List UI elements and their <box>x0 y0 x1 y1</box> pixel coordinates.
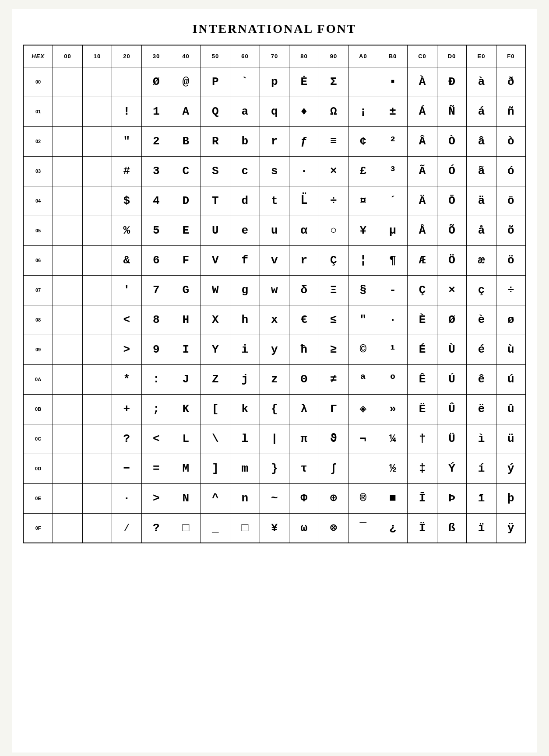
char-cell: ÷ <box>496 275 526 305</box>
char-cell: å <box>467 216 496 245</box>
char-cell: ¯ <box>348 513 378 543</box>
char-cell: ¡ <box>348 97 378 126</box>
char-cell: Q <box>201 97 230 126</box>
char-cell: ÿ <box>496 513 526 543</box>
char-cell: λ <box>289 394 319 424</box>
row-hex-label: 00 <box>23 67 53 97</box>
char-cell: µ <box>378 216 408 245</box>
table-row: 00Ø@P`pĖΣ▪ÀÐàð <box>23 67 526 97</box>
char-cell <box>53 305 83 335</box>
row-hex-label: 0D <box>23 454 53 483</box>
char-cell: w <box>260 275 289 305</box>
char-cell: Õ <box>437 216 467 245</box>
char-cell: ¼ <box>378 424 408 454</box>
char-cell: a <box>230 97 260 126</box>
table-row: 0A*:JZjzΘ≠ªºÊÚêú <box>23 364 526 394</box>
char-cell: e <box>230 216 260 245</box>
char-cell: Ø <box>437 305 467 335</box>
char-cell: ⊕ <box>319 483 348 513</box>
char-cell: " <box>348 305 378 335</box>
table-row: 0D−=M]m}τ∫½‡Ýíý <box>23 454 526 483</box>
column-header-60: 60 <box>230 45 260 67</box>
char-cell: j <box>230 364 260 394</box>
char-cell: Ξ <box>319 275 348 305</box>
char-cell: | <box>260 424 289 454</box>
char-cell: y <box>260 335 289 364</box>
char-cell: ϑ <box>319 424 348 454</box>
char-cell: ¶ <box>378 245 408 275</box>
char-cell: Φ <box>289 483 319 513</box>
char-cell <box>82 97 112 126</box>
char-cell: > <box>141 483 171 513</box>
char-cell: £ <box>348 156 378 186</box>
char-cell: W <box>201 275 230 305</box>
char-cell: # <box>112 156 142 186</box>
row-hex-label: 03 <box>23 156 53 186</box>
char-cell: Ç <box>319 245 348 275</box>
char-cell: © <box>348 335 378 364</box>
char-cell: Ō <box>437 186 467 216</box>
row-hex-label: 0B <box>23 394 53 424</box>
char-cell: ī <box>467 483 496 513</box>
char-cell: Á <box>408 97 437 126</box>
char-cell: ù <box>496 335 526 364</box>
char-cell: Ã <box>408 156 437 186</box>
char-cell: x <box>260 305 289 335</box>
char-cell <box>53 126 83 156</box>
char-cell: ì <box>467 424 496 454</box>
char-cell: ! <box>112 97 142 126</box>
char-cell: } <box>260 454 289 483</box>
char-cell: p <box>260 67 289 97</box>
char-cell: ò <box>496 126 526 156</box>
column-header-B0: B0 <box>378 45 408 67</box>
char-cell: G <box>171 275 201 305</box>
row-hex-label: 02 <box>23 126 53 156</box>
char-cell: 3 <box>141 156 171 186</box>
char-cell: ¥ <box>260 513 289 543</box>
char-cell <box>53 275 83 305</box>
char-cell <box>53 483 83 513</box>
char-cell: ◈ <box>348 394 378 424</box>
char-cell: M <box>171 454 201 483</box>
char-cell: Γ <box>319 394 348 424</box>
char-cell: R <box>201 126 230 156</box>
table-row: 04$4DTdtL̈÷¤´ÄŌäō <box>23 186 526 216</box>
char-cell: N <box>171 483 201 513</box>
char-cell: Ė <box>289 67 319 97</box>
char-cell: $ <box>112 186 142 216</box>
char-cell: ~ <box>260 483 289 513</box>
char-cell: L̈ <box>289 186 319 216</box>
char-cell: □ <box>230 513 260 543</box>
char-cell: Ä <box>408 186 437 216</box>
char-cell: ß <box>437 513 467 543</box>
char-cell <box>53 364 83 394</box>
char-cell: ^ <box>201 483 230 513</box>
page-title: INTERNATIONAL FONT <box>193 22 357 36</box>
char-cell: 9 <box>141 335 171 364</box>
char-cell: ´ <box>378 186 408 216</box>
char-cell: n <box>230 483 260 513</box>
table-row: 0E·>N^n~Φ⊕®■ĪÞīþ <box>23 483 526 513</box>
column-header-C0: C0 <box>408 45 437 67</box>
char-cell: k <box>230 394 260 424</box>
char-cell: z <box>260 364 289 394</box>
char-cell: < <box>141 424 171 454</box>
char-cell: á <box>467 97 496 126</box>
char-cell: Û <box>437 394 467 424</box>
char-cell <box>53 186 83 216</box>
char-cell: è <box>467 305 496 335</box>
char-cell: û <box>496 394 526 424</box>
char-cell: { <box>260 394 289 424</box>
char-cell: = <box>141 454 171 483</box>
char-cell: · <box>112 483 142 513</box>
char-cell: 8 <box>141 305 171 335</box>
char-cell: ‡ <box>408 454 437 483</box>
row-hex-label: 09 <box>23 335 53 364</box>
table-row: 0C?<L\l|πϑ¬¼†Üìü <box>23 424 526 454</box>
char-cell: Ò <box>437 126 467 156</box>
char-cell: L <box>171 424 201 454</box>
char-cell: _ <box>201 513 230 543</box>
char-cell <box>53 156 83 186</box>
char-cell <box>53 513 83 543</box>
row-hex-label: 04 <box>23 186 53 216</box>
